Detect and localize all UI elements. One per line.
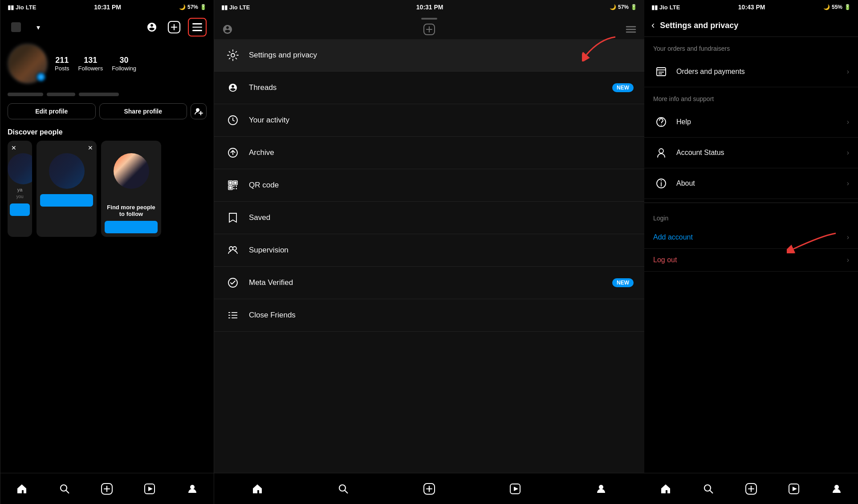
menu-item-supervision[interactable]: Supervision xyxy=(214,234,644,267)
nav-profile-3[interactable] xyxy=(827,479,846,499)
menu-label-meta: Meta Verified xyxy=(249,278,293,287)
svg-line-65 xyxy=(710,490,713,493)
help-icon xyxy=(653,114,669,130)
back-button[interactable]: ‹ xyxy=(651,20,655,31)
svg-point-7 xyxy=(61,485,67,491)
card-name-partial: ya xyxy=(8,187,32,194)
battery-1: 🌙 57% 🔋 xyxy=(179,4,207,10)
discover-card-2: ✕ xyxy=(37,141,97,237)
nav-search-2[interactable] xyxy=(333,479,353,499)
nav-home-1[interactable] xyxy=(12,479,32,499)
account-status-chevron: › xyxy=(847,149,849,157)
menu-item-activity[interactable]: Your activity xyxy=(214,104,644,137)
orders-label: Orders and payments xyxy=(676,68,847,76)
share-profile-button[interactable]: Share profile xyxy=(99,103,187,119)
svg-rect-34 xyxy=(233,188,235,190)
profile-header: ▾ xyxy=(0,14,214,40)
status-bar-2: ▮▮ Jio LTE 10:31 PM 🌙 57% 🔋 xyxy=(214,0,644,14)
help-chevron: › xyxy=(847,118,849,126)
settings-title: Settings and privacy xyxy=(660,21,738,30)
logout-label: Log out xyxy=(653,256,677,264)
about-label: About xyxy=(676,179,847,187)
menu-item-threads[interactable]: Threads NEW xyxy=(214,72,644,104)
card-follow-2[interactable] xyxy=(40,194,93,207)
nav-reels-2[interactable] xyxy=(505,479,525,499)
settings-header: ‹ Settings and privacy xyxy=(644,14,858,37)
discover-cards: ✕ ya you ✕ Find more people to follow xyxy=(8,141,207,237)
svg-point-36 xyxy=(229,247,233,250)
account-status-label: Account Status xyxy=(676,149,847,157)
user-square-icon xyxy=(8,19,24,36)
help-label: Help xyxy=(676,118,847,126)
stat-followers[interactable]: 131 Followers xyxy=(78,56,103,72)
svg-point-71 xyxy=(834,485,839,489)
menu-header-icons xyxy=(214,20,644,39)
time-2: 10:31 PM xyxy=(416,4,443,11)
settings-item-help[interactable]: Help › xyxy=(644,107,858,138)
archive-icon-menu xyxy=(225,145,241,161)
hamburger-menu-button[interactable] xyxy=(188,18,207,37)
battery-icon: 🔋 xyxy=(200,4,207,10)
settings-item-account-status[interactable]: Account Status › xyxy=(644,138,858,168)
qr-icon-menu xyxy=(225,177,241,193)
meta-new-badge: NEW xyxy=(612,278,634,287)
settings-item-orders[interactable]: Orders and payments › xyxy=(644,57,858,87)
add-icon-dim xyxy=(423,23,435,36)
card-close-1[interactable]: ✕ xyxy=(11,144,16,151)
nav-profile-2[interactable] xyxy=(591,479,611,499)
signal-icon-3: ▮▮ xyxy=(651,4,658,11)
nav-search-1[interactable] xyxy=(55,479,74,499)
threads-icon[interactable] xyxy=(143,19,160,36)
time-1: 10:31 PM xyxy=(94,4,121,11)
nav-profile-1[interactable] xyxy=(183,479,202,499)
menu-item-meta[interactable]: Meta Verified NEW xyxy=(214,267,644,299)
svg-point-62 xyxy=(661,180,662,181)
menu-item-settings[interactable]: Settings and privacy xyxy=(214,39,644,72)
find-more-label: Find more people to follow xyxy=(101,191,161,220)
verified-icon-menu xyxy=(225,275,241,291)
menu-item-qr[interactable]: QR code xyxy=(214,169,644,202)
panel-menu: ▮▮ Jio LTE 10:31 PM 🌙 57% 🔋 xyxy=(214,0,644,504)
highlights-row xyxy=(0,89,214,100)
menu-label-settings: Settings and privacy xyxy=(249,51,317,60)
moon-icon: 🌙 xyxy=(179,4,186,10)
dropdown-chevron[interactable]: ▾ xyxy=(30,19,47,36)
nav-reels-3[interactable] xyxy=(784,479,804,499)
highlight-3 xyxy=(79,93,119,96)
nav-home-2[interactable] xyxy=(248,479,267,499)
section-divider xyxy=(644,203,858,203)
menu-item-saved[interactable]: Saved xyxy=(214,202,644,234)
gear-icon-menu xyxy=(225,47,241,63)
add-person-button[interactable] xyxy=(191,103,207,119)
card-avatar-2 xyxy=(49,153,85,189)
settings-item-about[interactable]: About › xyxy=(644,168,858,199)
menu-label-friends: Close Friends xyxy=(249,311,296,320)
menu-item-archive[interactable]: Archive xyxy=(214,137,644,169)
stat-posts[interactable]: 211 Posts xyxy=(55,56,69,72)
carrier-1: ▮▮ Jio LTE xyxy=(8,4,36,11)
card-close-2[interactable]: ✕ xyxy=(88,144,93,151)
svg-marker-13 xyxy=(148,487,153,491)
settings-item-logout[interactable]: Log out › xyxy=(644,249,858,272)
settings-item-add-account[interactable]: Add account › xyxy=(644,226,858,249)
edit-profile-button[interactable]: Edit profile xyxy=(8,103,96,119)
card-follow-3[interactable] xyxy=(105,221,158,233)
nav-add-2[interactable] xyxy=(419,479,439,499)
nav-home-3[interactable] xyxy=(656,479,675,499)
card-follow-partial xyxy=(10,203,30,216)
nav-reels-1[interactable] xyxy=(140,479,159,499)
card-sub-partial: you xyxy=(8,194,32,203)
stat-following[interactable]: 30 Following xyxy=(112,56,136,72)
section-login-label: Login xyxy=(644,207,858,226)
header-left-icons: ▾ xyxy=(8,19,47,36)
nav-add-1[interactable] xyxy=(97,479,117,499)
nav-search-3[interactable] xyxy=(699,479,718,499)
moon-icon-3: 🌙 xyxy=(823,4,830,10)
svg-marker-70 xyxy=(793,487,797,491)
bottom-nav-3 xyxy=(644,473,858,504)
menu-item-friends[interactable]: Close Friends xyxy=(214,299,644,332)
nav-add-3[interactable] xyxy=(741,479,761,499)
discover-title: Discover people xyxy=(8,128,207,136)
hamburger-icon-dim xyxy=(625,23,637,36)
add-icon[interactable] xyxy=(166,19,183,36)
